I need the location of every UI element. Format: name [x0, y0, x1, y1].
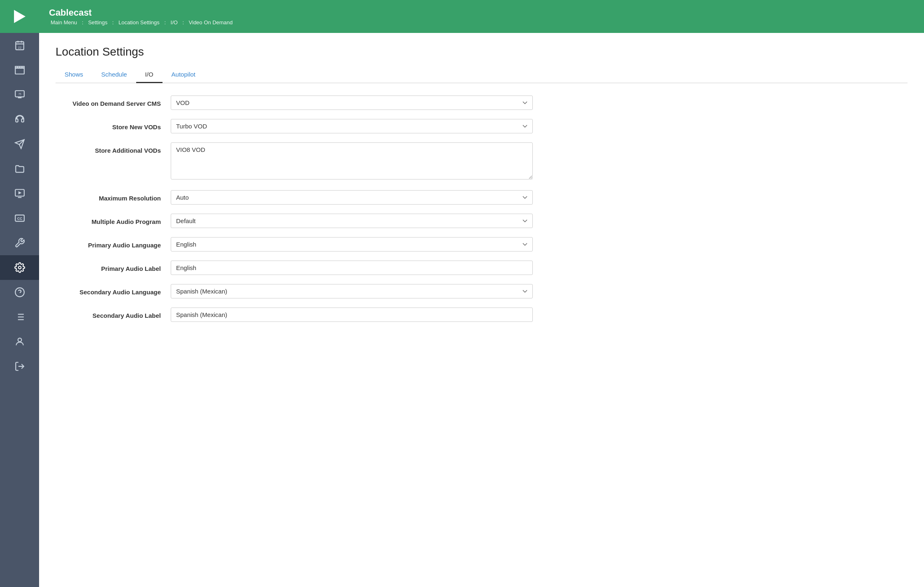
- sidebar-item-monitor[interactable]: 75: [0, 82, 39, 107]
- secondary-audio-lang-control: Spanish (Mexican): [171, 284, 533, 298]
- form-row-primary-audio-label: Primary Audio Label: [56, 261, 533, 275]
- page-title: Location Settings: [56, 45, 908, 58]
- form-row-secondary-audio-label: Secondary Audio Label: [56, 307, 533, 322]
- tab-shows[interactable]: Shows: [56, 67, 92, 83]
- store-new-vods-control: Turbo VOD: [171, 119, 533, 133]
- vod-server-select[interactable]: VOD: [171, 96, 533, 110]
- multiple-audio-label: Multiple Audio Program: [56, 214, 171, 226]
- form-section: Video on Demand Server CMS VOD Store New…: [56, 96, 533, 322]
- svg-rect-6: [15, 68, 24, 74]
- sidebar-item-wrench[interactable]: [0, 231, 39, 255]
- tabs: Shows Schedule I/O Autopilot: [56, 67, 908, 83]
- form-row-max-resolution: Maximum Resolution Auto: [56, 190, 533, 205]
- sidebar-item-cc[interactable]: CC: [0, 206, 39, 231]
- sidebar: 22 75: [0, 0, 39, 587]
- sidebar-item-send[interactable]: [0, 132, 39, 156]
- svg-text:75: 75: [18, 93, 21, 96]
- secondary-audio-label-label: Secondary Audio Label: [56, 307, 171, 320]
- content-area: Location Settings Shows Schedule I/O Aut…: [39, 33, 924, 587]
- form-row-secondary-audio-lang: Secondary Audio Language Spanish (Mexica…: [56, 284, 533, 298]
- sidebar-item-settings[interactable]: [0, 255, 39, 280]
- max-resolution-select[interactable]: Auto: [171, 190, 533, 205]
- store-additional-vods-label: Store Additional VODs: [56, 142, 171, 155]
- max-resolution-control: Auto: [171, 190, 533, 205]
- svg-point-21: [18, 266, 21, 269]
- svg-text:22: 22: [18, 46, 21, 49]
- breadcrumb: Main Menu : Settings : Location Settings…: [49, 19, 914, 26]
- store-additional-vods-textarea[interactable]: VIO8 VOD: [171, 142, 533, 179]
- primary-audio-lang-label: Primary Audio Language: [56, 237, 171, 249]
- primary-audio-label-label: Primary Audio Label: [56, 261, 171, 273]
- tab-autopilot[interactable]: Autopilot: [163, 67, 204, 83]
- breadcrumb-vod[interactable]: Video On Demand: [189, 19, 233, 26]
- form-row-store-additional-vods: Store Additional VODs VIO8 VOD: [56, 142, 533, 181]
- tab-io[interactable]: I/O: [136, 67, 163, 83]
- store-additional-vods-control: VIO8 VOD: [171, 142, 533, 181]
- secondary-audio-label-input[interactable]: [171, 307, 533, 322]
- store-new-vods-label: Store New VODs: [56, 119, 171, 131]
- form-row-multiple-audio: Multiple Audio Program Default: [56, 214, 533, 228]
- vod-server-control: VOD: [171, 96, 533, 110]
- secondary-audio-lang-select[interactable]: Spanish (Mexican): [171, 284, 533, 298]
- breadcrumb-main-menu[interactable]: Main Menu: [51, 19, 77, 26]
- multiple-audio-control: Default: [171, 214, 533, 228]
- form-row-vod-server: Video on Demand Server CMS VOD: [56, 96, 533, 110]
- sidebar-item-folder[interactable]: [0, 156, 39, 181]
- sidebar-item-shows[interactable]: [0, 58, 39, 82]
- app-title: Cablecast: [49, 7, 914, 18]
- primary-audio-label-control: [171, 261, 533, 275]
- primary-audio-lang-select[interactable]: English: [171, 237, 533, 252]
- app-logo[interactable]: [0, 0, 39, 33]
- svg-marker-0: [14, 10, 26, 23]
- svg-text:CC: CC: [17, 217, 22, 221]
- svg-point-30: [18, 338, 21, 342]
- sidebar-item-calendar[interactable]: 22: [0, 33, 39, 58]
- secondary-audio-label-control: [171, 307, 533, 322]
- max-resolution-label: Maximum Resolution: [56, 190, 171, 203]
- vod-server-label: Video on Demand Server CMS: [56, 96, 171, 108]
- sidebar-item-user[interactable]: [0, 329, 39, 354]
- sidebar-item-display[interactable]: [0, 181, 39, 206]
- breadcrumb-location-settings[interactable]: Location Settings: [118, 19, 160, 26]
- breadcrumb-settings[interactable]: Settings: [88, 19, 107, 26]
- tab-schedule[interactable]: Schedule: [92, 67, 136, 83]
- primary-audio-lang-control: English: [171, 237, 533, 252]
- sidebar-item-headset[interactable]: [0, 107, 39, 132]
- breadcrumb-io[interactable]: I/O: [171, 19, 178, 26]
- sidebar-item-list[interactable]: [0, 305, 39, 329]
- main-area: Cablecast Main Menu : Settings : Locatio…: [39, 0, 924, 587]
- svg-rect-12: [18, 97, 21, 98]
- topbar: Cablecast Main Menu : Settings : Locatio…: [39, 0, 924, 33]
- svg-marker-17: [18, 191, 21, 195]
- form-row-primary-audio-lang: Primary Audio Language English: [56, 237, 533, 252]
- form-row-store-new-vods: Store New VODs Turbo VOD: [56, 119, 533, 133]
- secondary-audio-lang-label: Secondary Audio Language: [56, 284, 171, 296]
- sidebar-item-logout[interactable]: [0, 354, 39, 379]
- multiple-audio-select[interactable]: Default: [171, 214, 533, 228]
- primary-audio-label-input[interactable]: [171, 261, 533, 275]
- store-new-vods-select[interactable]: Turbo VOD: [171, 119, 533, 133]
- sidebar-item-help[interactable]: [0, 280, 39, 305]
